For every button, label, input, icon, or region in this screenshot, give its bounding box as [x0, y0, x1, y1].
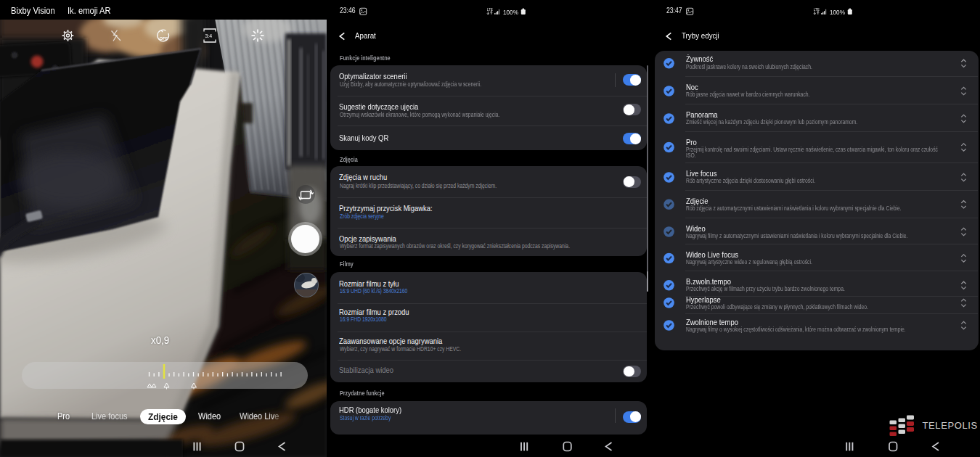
svg-text:3:4: 3:4: [205, 33, 213, 38]
svg-text:OFF: OFF: [160, 36, 168, 41]
svg-text:TELEPOLIS: TELEPOLIS: [923, 420, 978, 431]
svg-text:LTE: LTE: [487, 8, 493, 12]
